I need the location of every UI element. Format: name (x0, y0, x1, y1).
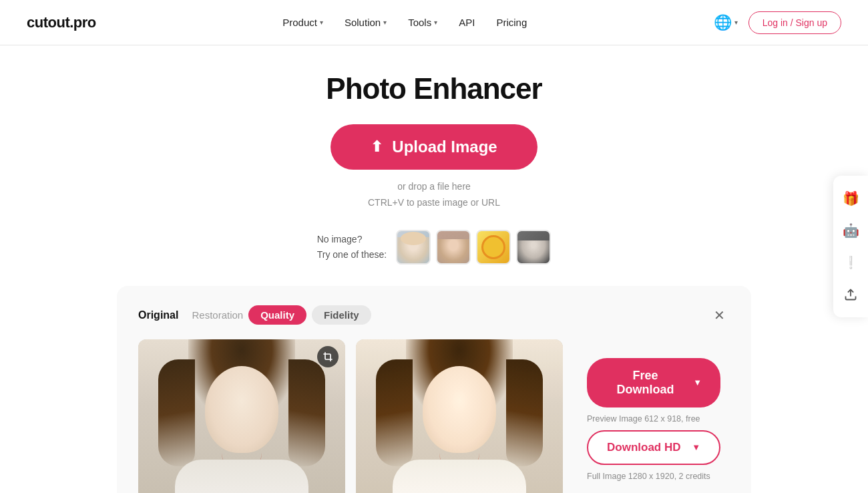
download-chevron-icon: ▼ (693, 377, 702, 387)
sample-thumb-1[interactable] (396, 230, 431, 265)
hair-right-original (288, 359, 325, 466)
crop-icon[interactable] (317, 346, 339, 367)
sample-images-row: No image? Try one of these: (317, 230, 552, 265)
enhanced-image-panel (356, 339, 563, 493)
download-hd-button[interactable]: Download HD ▼ (587, 430, 720, 465)
preview-card: Original Restoration Quality Fidelity ✕ (117, 286, 751, 493)
sample-thumbs (396, 230, 551, 265)
language-button[interactable]: 🌐 ▾ (714, 14, 738, 31)
enhanced-face (356, 339, 563, 493)
solution-chevron-icon: ▾ (383, 19, 387, 26)
avatar-sidebar-icon[interactable]: 🤖 (836, 216, 865, 245)
face-enhanced (423, 366, 496, 453)
nav-tools[interactable]: Tools ▾ (408, 17, 437, 28)
nav-api[interactable]: API (459, 17, 475, 28)
nav-pricing[interactable]: Pricing (496, 17, 527, 28)
product-chevron-icon: ▾ (320, 19, 323, 26)
upload-icon: ⬆ (371, 138, 383, 156)
lang-chevron-icon: ▾ (734, 19, 738, 26)
upload-image-button[interactable]: ⬆ Upload Image (331, 124, 537, 170)
image-panels: Free Download ▼ Preview Image 612 x 918,… (138, 339, 730, 493)
login-signup-button[interactable]: Log in / Sign up (748, 11, 841, 34)
shoulder-enhanced (393, 460, 526, 493)
page-title: Photo Enhancer (326, 72, 541, 106)
floating-sidebar: 🎁 🤖 ❕ (833, 176, 868, 317)
preview-note: Preview Image 612 x 918, free (587, 414, 700, 424)
free-download-button[interactable]: Free Download ▼ (587, 358, 720, 407)
face-original (205, 366, 278, 453)
tab-quality[interactable]: Quality (248, 305, 306, 325)
tools-chevron-icon: ▾ (434, 19, 437, 26)
sample-thumb-4[interactable] (516, 230, 551, 265)
header-right: 🌐 ▾ Log in / Sign up (714, 11, 841, 34)
close-button[interactable]: ✕ (708, 305, 730, 326)
nav: Product ▾ Solution ▾ Tools ▾ API Pricing (282, 17, 527, 28)
nav-product[interactable]: Product ▾ (282, 17, 323, 28)
notification-sidebar-icon[interactable]: ❕ (836, 248, 865, 277)
full-image-note: Full Image 1280 x 1920, 2 credits (587, 472, 710, 481)
card-tabs-left: Original Restoration Quality Fidelity (138, 305, 371, 325)
nav-solution[interactable]: Solution ▾ (345, 17, 387, 28)
tab-original[interactable]: Original (138, 309, 178, 321)
card-tabs: Original Restoration Quality Fidelity ✕ (138, 305, 730, 326)
shoulder-original (175, 460, 308, 493)
close-icon: ✕ (714, 307, 725, 323)
header: cutout.pro Product ▾ Solution ▾ Tools ▾ … (0, 0, 868, 45)
hair-left-original (158, 359, 195, 466)
restoration-section: Restoration Quality Fidelity (192, 305, 371, 325)
hair-right-enhanced (506, 359, 543, 466)
gift-sidebar-icon[interactable]: 🎁 (836, 184, 865, 213)
original-face (138, 339, 345, 493)
logo[interactable]: cutout.pro (27, 14, 96, 31)
hd-chevron-icon: ▼ (692, 442, 700, 452)
sample-thumb-3[interactable] (476, 230, 511, 265)
restoration-label: Restoration (192, 309, 243, 321)
upload-sidebar-icon[interactable] (836, 280, 865, 309)
sample-thumb-2[interactable] (436, 230, 471, 265)
download-area: Free Download ▼ Preview Image 612 x 918,… (574, 339, 730, 493)
tab-fidelity[interactable]: Fidelity (312, 305, 371, 325)
hair-left-enhanced (376, 359, 413, 466)
sample-label: No image? Try one of these: (317, 232, 387, 262)
drop-hint: or drop a file here CTRL+V to paste imag… (368, 179, 500, 211)
translate-icon: 🌐 (714, 14, 732, 31)
original-image-panel (138, 339, 345, 493)
main-content: Photo Enhancer ⬆ Upload Image or drop a … (0, 45, 868, 493)
